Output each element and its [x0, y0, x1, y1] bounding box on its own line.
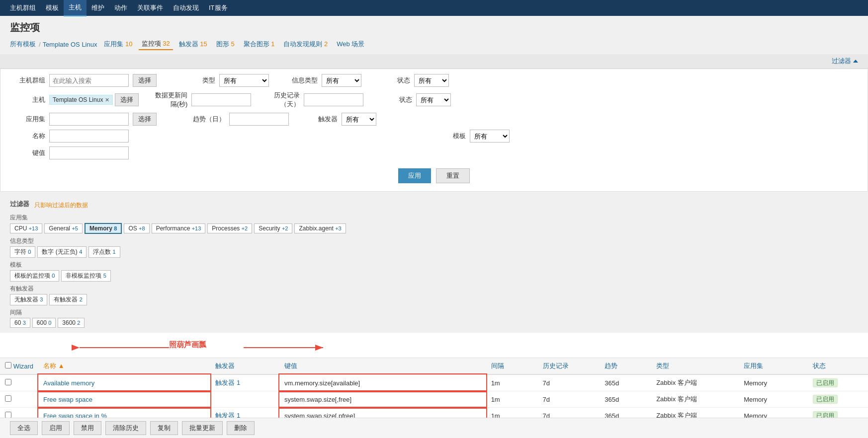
breadcrumb-template-os-linux[interactable]: Template OS Linux	[43, 41, 97, 48]
enable-btn[interactable]: 启用	[42, 421, 70, 435]
interval-filter-label: 间隔	[10, 308, 858, 317]
table-header-history[interactable]: 历史记录	[538, 358, 600, 375]
filter-status2-select[interactable]: 所有	[416, 93, 451, 106]
tag-zabbix-agent[interactable]: Zabbix.agent +3	[294, 223, 346, 233]
table-header-status[interactable]: 状态	[808, 358, 868, 375]
nav-action[interactable]: 动作	[109, 0, 132, 16]
filter-template-label: 模板	[431, 132, 466, 141]
tag-performance[interactable]: Performance +13	[152, 223, 206, 233]
nav-template[interactable]: 模板	[41, 0, 64, 16]
delete-btn[interactable]: 删除	[227, 421, 255, 435]
tag-unsigned[interactable]: 数字 (无正负) 4	[37, 246, 87, 258]
tag-general[interactable]: General +5	[44, 223, 83, 233]
nav-event[interactable]: 关联事件	[132, 0, 168, 16]
filter-type-label: 类型	[180, 76, 215, 85]
tab-graphs[interactable]: 图形 5	[213, 39, 238, 50]
item-name-link[interactable]: Available memory	[43, 379, 94, 387]
filter-label: 过滤器	[832, 57, 851, 66]
tag-security[interactable]: Security +2	[254, 223, 292, 233]
tab-appset[interactable]: 应用集 10	[101, 39, 135, 50]
tag-3600[interactable]: 3600 2	[58, 318, 85, 328]
tag-600[interactable]: 600 0	[32, 318, 56, 328]
tag-60[interactable]: 60 3	[10, 318, 30, 328]
bottom-toolbar: 全选 启用 禁用 清除历史 复制 批量更新 删除	[0, 418, 868, 438]
filter-hostgroup-btn[interactable]: 选择	[133, 74, 157, 87]
filter-appset-input[interactable]	[49, 113, 129, 126]
table-header-key[interactable]: 键值	[279, 358, 486, 375]
table-header-name[interactable]: 名称 ▲	[38, 358, 210, 375]
row-type: Zabbix 客户端	[651, 391, 739, 408]
infotype-filter-label: 信息类型	[10, 237, 858, 245]
reset-button[interactable]: 重置	[436, 168, 470, 183]
tag-cpu[interactable]: CPU +13	[10, 223, 42, 233]
table-header-trend[interactable]: 趋势	[600, 358, 651, 375]
tag-template-items[interactable]: 模板的监控项 0	[10, 270, 59, 282]
disable-btn[interactable]: 禁用	[74, 421, 101, 435]
annotation-arrow-right	[244, 338, 333, 358]
filter-appset-btn[interactable]: 选择	[133, 113, 157, 126]
select-all-checkbox[interactable]	[5, 362, 11, 368]
filter-host-tag: Template OS Linux ✕	[49, 95, 113, 105]
filter-history-input[interactable]	[304, 93, 363, 106]
filter-template-select[interactable]: 所有	[470, 130, 510, 143]
tab-items[interactable]: 监控项 32	[139, 38, 173, 50]
table-header-type[interactable]: 类型	[651, 358, 739, 375]
filter-toggle-icon	[853, 60, 858, 63]
tab-triggers[interactable]: 触发器 15	[176, 39, 210, 50]
tab-webscenario[interactable]: Web 场景	[334, 39, 367, 50]
row-checkbox[interactable]	[5, 395, 11, 402]
tag-memory[interactable]: Memory 8	[85, 223, 122, 234]
row-status: 已启用	[808, 374, 868, 391]
row-checkbox[interactable]	[5, 379, 11, 385]
filter-host-btn[interactable]: 选择	[115, 93, 139, 106]
filter-actions: 应用 重置	[10, 163, 858, 186]
row-trigger	[210, 391, 279, 408]
trigger-link[interactable]: 触发器 1	[215, 379, 240, 386]
breadcrumb-all-templates[interactable]: 所有模板	[10, 40, 36, 49]
filter-trigger-select[interactable]: 所有	[342, 113, 376, 126]
annotation-area: 照葫芦画瓢	[0, 338, 868, 358]
template-filter-row: 模板 模板的监控项 0 非模板监控项 5	[10, 261, 858, 282]
apply-button[interactable]: 应用	[398, 168, 431, 183]
copy-btn[interactable]: 复制	[150, 421, 178, 435]
filter-row-1: 主机群组 选择 类型 所有 信息类型 所有 状态 所有	[10, 74, 858, 87]
clear-history-btn[interactable]: 清除历史	[105, 421, 146, 435]
table-header-appset[interactable]: 应用集	[739, 358, 808, 375]
filter-status-label: 状态	[375, 76, 410, 85]
filter-name-label: 名称	[10, 132, 45, 141]
nav-it-service[interactable]: IT服务	[204, 0, 233, 16]
filter-key-input[interactable]	[49, 146, 129, 159]
tag-processes[interactable]: Processes +2	[207, 223, 252, 233]
tag-float[interactable]: 浮点数 1	[88, 246, 120, 258]
tab-screens[interactable]: 聚合图形 1	[241, 39, 278, 50]
tag-char[interactable]: 字符 0	[10, 246, 35, 258]
batch-update-btn[interactable]: 批量更新	[182, 421, 223, 435]
tab-discovery[interactable]: 自动发现规则 2	[280, 39, 331, 50]
filter-trend-label: 趋势（日）	[190, 115, 225, 124]
table-header-trigger[interactable]: 触发器	[210, 358, 279, 375]
annotation-arrow-left	[70, 338, 179, 358]
tag-os[interactable]: OS +8	[124, 223, 149, 233]
filter-info-section: 过滤器 只影响过滤后的数据 应用集 CPU +13 General +5 Mem…	[0, 197, 868, 333]
filter-status-select[interactable]: 所有	[414, 74, 449, 87]
filter-interval-input[interactable]	[191, 93, 251, 106]
filter-toggle-button[interactable]: 过滤器	[832, 57, 858, 66]
nav-maintenance[interactable]: 维护	[87, 0, 109, 16]
tag-has-trigger[interactable]: 有触发器 2	[49, 294, 87, 305]
filter-type-select[interactable]: 所有	[219, 74, 269, 87]
filter-trend-input[interactable]	[229, 113, 289, 126]
filter-hostgroup-input[interactable]	[49, 74, 129, 87]
row-appset: Memory	[739, 374, 808, 391]
row-history: 7d	[538, 391, 600, 408]
select-all-btn[interactable]: 全选	[10, 421, 38, 435]
tag-no-trigger[interactable]: 无触发器 3	[10, 294, 47, 305]
table-header-interval[interactable]: 间隔	[486, 358, 538, 375]
filter-host-remove[interactable]: ✕	[105, 97, 109, 103]
filter-name-input[interactable]	[49, 130, 129, 143]
nav-hostgroup[interactable]: 主机群组	[5, 0, 41, 16]
nav-discovery[interactable]: 自动发现	[168, 0, 204, 16]
tag-non-template[interactable]: 非模板监控项 5	[61, 270, 110, 282]
item-name-link[interactable]: Free swap space	[43, 396, 92, 403]
nav-host[interactable]: 主机	[64, 0, 87, 16]
filter-infotype-select[interactable]: 所有	[322, 74, 361, 87]
